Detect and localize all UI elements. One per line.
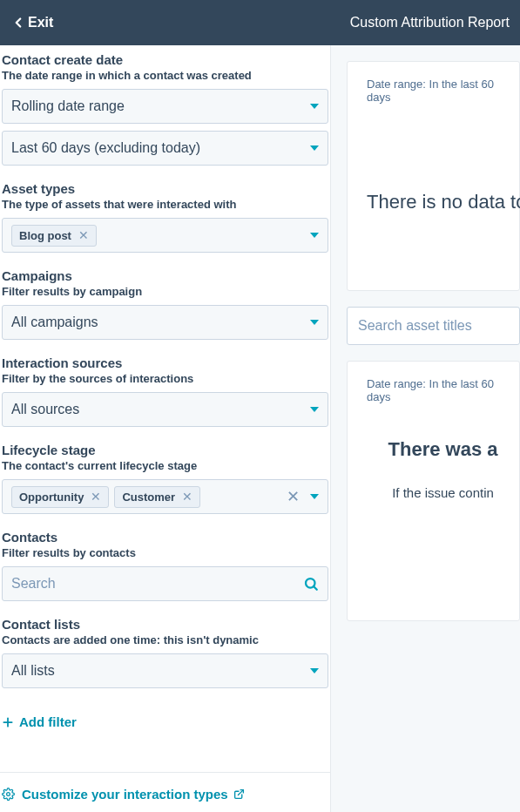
date-mode-select[interactable]: Rolling date range bbox=[2, 89, 328, 124]
add-filter-label: Add filter bbox=[19, 714, 77, 729]
exit-label: Exit bbox=[28, 15, 53, 30]
error-card: Date range: In the last 60 days There wa… bbox=[347, 361, 520, 621]
svg-line-1 bbox=[314, 586, 317, 590]
customize-label: Customize your interaction types bbox=[22, 787, 228, 802]
filter-desc: Filter results by campaign bbox=[0, 283, 330, 305]
filter-desc: Contacts are added one time: this isn't … bbox=[0, 632, 330, 653]
error-title: There was a bbox=[367, 438, 519, 461]
filter-label: Campaigns bbox=[0, 268, 330, 283]
filter-label: Interaction sources bbox=[0, 355, 330, 370]
chevron-down-icon bbox=[310, 233, 319, 238]
filter-desc: The type of assets that were interacted … bbox=[0, 196, 330, 218]
filter-campaigns: Campaigns Filter results by campaign All… bbox=[0, 268, 330, 355]
chevron-down-icon bbox=[310, 494, 319, 499]
add-filter-button[interactable]: Add filter bbox=[0, 704, 330, 755]
close-icon[interactable]: ✕ bbox=[182, 491, 192, 503]
select-value: All lists bbox=[11, 663, 310, 679]
close-icon[interactable]: ✕ bbox=[78, 229, 89, 241]
contacts-search[interactable] bbox=[2, 566, 328, 601]
chevron-down-icon bbox=[310, 668, 319, 673]
chip-blog-post[interactable]: Blog post ✕ bbox=[11, 225, 97, 247]
filter-label: Asset types bbox=[0, 181, 330, 196]
sources-select[interactable]: All sources bbox=[2, 392, 328, 427]
customize-interaction-types-link[interactable]: Customize your interaction types bbox=[0, 772, 330, 812]
chip-opportunity[interactable]: Opportunity ✕ bbox=[11, 486, 109, 508]
filter-asset-types: Asset types The type of assets that were… bbox=[0, 181, 330, 268]
search-input[interactable] bbox=[11, 576, 303, 592]
exit-button[interactable]: Exit bbox=[10, 15, 53, 30]
select-value: Last 60 days (excluding today) bbox=[11, 140, 310, 156]
filter-desc: The contact's current lifecycle stage bbox=[0, 457, 330, 479]
plus-icon bbox=[2, 716, 14, 728]
chip-customer[interactable]: Customer ✕ bbox=[114, 486, 200, 508]
date-range-meta: Date range: In the last 60 days bbox=[367, 377, 519, 403]
empty-state-message: There is no data to bbox=[367, 191, 519, 213]
chip-label: Opportunity bbox=[19, 491, 84, 504]
external-link-icon bbox=[233, 788, 245, 800]
page-title: Custom Attribution Report bbox=[350, 15, 510, 30]
chevron-left-icon bbox=[10, 15, 26, 30]
clear-all-icon[interactable]: ✕ bbox=[287, 489, 310, 504]
filter-contacts: Contacts Filter results by contacts bbox=[0, 530, 330, 617]
chart-card: Date range: In the last 60 days There is… bbox=[347, 61, 520, 291]
app-header: Exit Custom Attribution Report bbox=[0, 0, 520, 45]
filter-label: Contact create date bbox=[0, 52, 330, 67]
asset-search-box[interactable] bbox=[347, 307, 520, 345]
lifecycle-select[interactable]: Opportunity ✕ Customer ✕ ✕ bbox=[2, 479, 328, 514]
filters-sidebar: Contact create date The date range in wh… bbox=[0, 45, 331, 812]
close-icon[interactable]: ✕ bbox=[91, 491, 101, 503]
filter-desc: The date range in which a contact was cr… bbox=[0, 67, 330, 89]
date-range-meta: Date range: In the last 60 days bbox=[367, 78, 519, 104]
filter-label: Lifecycle stage bbox=[0, 443, 330, 457]
asset-types-select[interactable]: Blog post ✕ bbox=[2, 218, 328, 253]
svg-line-5 bbox=[238, 790, 243, 795]
filter-contact-create-date: Contact create date The date range in wh… bbox=[0, 45, 330, 181]
asset-search-input[interactable] bbox=[358, 318, 509, 334]
date-range-select[interactable]: Last 60 days (excluding today) bbox=[2, 131, 328, 166]
chevron-down-icon bbox=[310, 104, 319, 109]
chevron-down-icon bbox=[310, 145, 319, 151]
svg-point-4 bbox=[7, 793, 10, 796]
filter-label: Contacts bbox=[0, 530, 330, 545]
filter-contact-lists: Contact lists Contacts are added one tim… bbox=[0, 617, 330, 704]
filter-interaction-sources: Interaction sources Filter by the source… bbox=[0, 355, 330, 443]
campaigns-select[interactable]: All campaigns bbox=[2, 305, 328, 340]
select-value: Rolling date range bbox=[11, 98, 310, 114]
chip-label: Customer bbox=[122, 491, 175, 504]
error-subtext: If the issue contin bbox=[367, 485, 519, 605]
preview-panel: Date range: In the last 60 days There is… bbox=[331, 45, 520, 812]
gear-icon bbox=[2, 788, 15, 801]
chevron-down-icon bbox=[310, 407, 319, 412]
filter-desc: Filter by the sources of interactions bbox=[0, 370, 330, 392]
filter-lifecycle-stage: Lifecycle stage The contact's current li… bbox=[0, 443, 330, 530]
chevron-down-icon bbox=[310, 320, 319, 325]
search-icon bbox=[303, 576, 319, 592]
lists-select[interactable]: All lists bbox=[2, 653, 328, 688]
filter-desc: Filter results by contacts bbox=[0, 545, 330, 566]
select-value: All sources bbox=[11, 402, 310, 417]
filter-label: Contact lists bbox=[0, 617, 330, 632]
chip-label: Blog post bbox=[19, 229, 71, 242]
select-value: All campaigns bbox=[11, 315, 310, 330]
